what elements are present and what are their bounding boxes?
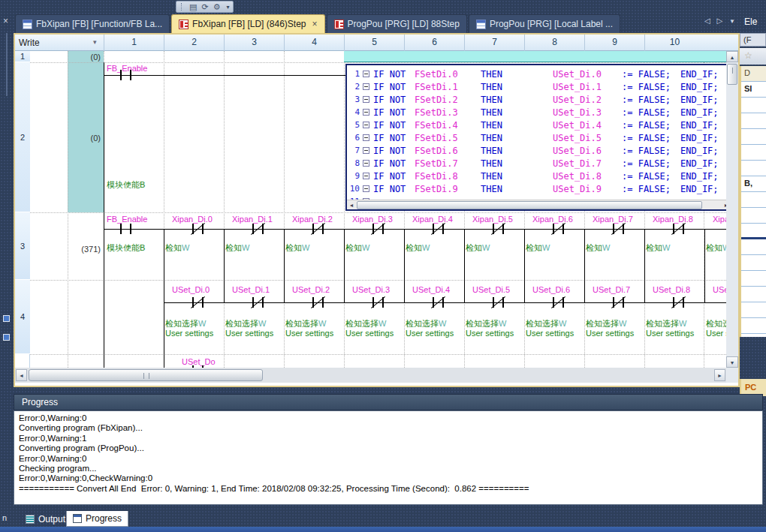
nc-contact[interactable]: Xipan_Di.5 检知W xyxy=(464,212,524,280)
nc-contact[interactable]: USet_Di.6 检知选择W User settings xyxy=(524,280,584,354)
ladder-grid[interactable]: 1234 (0) (0) (371) FB_Enable 模块使能B xyxy=(15,51,726,368)
st-code-line[interactable]: 6 IF NOT FSetDi.5 THEN USet_Di.5 := FALS… xyxy=(347,131,726,144)
nc-contact[interactable]: USet_Di.8 检知选择W User settings xyxy=(644,280,704,354)
element-filter-input[interactable]: (F xyxy=(740,33,766,47)
st-code-line[interactable]: 4 IF NOT FSetDi.3 THEN USet_Di.3 := FALS… xyxy=(347,106,726,119)
nc-contact[interactable]: Xipan_Di.3 检知W xyxy=(344,212,404,280)
nc-contact[interactable]: USet_Di.0 检知选择W User settings xyxy=(164,280,224,354)
fold-minus-icon[interactable] xyxy=(363,71,369,77)
tab-output[interactable]: Output xyxy=(20,511,71,527)
element-list-row[interactable] xyxy=(741,161,766,176)
fold-minus-icon[interactable] xyxy=(363,134,369,141)
element-list-row[interactable] xyxy=(741,255,766,271)
tab-next-icon[interactable]: ▷ xyxy=(717,17,725,25)
element-list-row[interactable] xyxy=(741,318,766,334)
nc-contact[interactable]: USet_Di.9 检知选择W User settings xyxy=(704,280,726,354)
st-code-line[interactable]: 7 IF NOT FSetDi.6 THEN USet_Di.6 := FALS… xyxy=(347,144,726,157)
nc-contact[interactable]: Xipan_Di.4 检知W xyxy=(404,212,464,280)
scrollbar-thumb[interactable] xyxy=(357,201,702,209)
nc-contact[interactable]: Xipan_Di.1 检知W xyxy=(224,212,284,280)
no-contact-symbol[interactable] xyxy=(130,224,131,234)
scroll-right-icon[interactable]: ► xyxy=(714,369,725,381)
element-list-row[interactable] xyxy=(741,98,766,113)
nc-contact[interactable]: USet_Di.2 检知选择W User settings xyxy=(284,280,344,354)
scroll-left-icon[interactable]: ◄ xyxy=(347,201,356,209)
device-label[interactable]: FB_Enable xyxy=(107,64,147,73)
element-list-row[interactable] xyxy=(741,113,766,129)
tab-progpou-ld[interactable]: ProgPou [PRG] [LD] 88Step xyxy=(327,14,467,33)
toolbar-grip[interactable] xyxy=(181,3,183,11)
nc-contact[interactable]: Xipan_Di.0 检知W xyxy=(164,212,224,280)
row-number-cell[interactable]: 1 xyxy=(15,51,30,62)
device-label[interactable]: USet_Do xyxy=(182,357,216,366)
close-icon[interactable]: × xyxy=(312,20,317,29)
row-number-cell[interactable]: 2 xyxy=(15,62,30,212)
element-list-row[interactable] xyxy=(741,287,766,302)
favorite-star-icon[interactable]: ☆ xyxy=(744,50,752,61)
nc-contact[interactable]: Xipan_Di.9 检知W xyxy=(704,212,726,280)
st-code-line[interactable]: 10 IF NOT FSetDi.9 THEN USet_Di.9 := FAL… xyxy=(347,182,726,195)
st-code-line[interactable]: 2 IF NOT FSetDi.1 THEN USet_Di.1 := FALS… xyxy=(347,80,726,93)
st-code-line[interactable]: 3 IF NOT FSetDi.2 THEN USet_Di.2 := FALS… xyxy=(347,93,726,106)
user-gear-icon[interactable]: ⚙ xyxy=(213,2,221,11)
element-list-row[interactable] xyxy=(741,302,766,318)
scroll-left-icon[interactable]: ◄ xyxy=(16,369,27,381)
close-icon[interactable]: × xyxy=(3,17,8,26)
no-contact-symbol[interactable] xyxy=(120,70,122,80)
tab-list-icon[interactable]: ▼ xyxy=(729,18,737,25)
tab-progress-active[interactable]: Progress xyxy=(66,511,128,527)
tab-fbxipan-fb-label[interactable]: FbXipan [FB] [Function/FB La... xyxy=(15,14,170,33)
st-horizontal-scrollbar[interactable]: ◄ ► xyxy=(347,200,726,209)
element-list-row[interactable] xyxy=(741,239,766,255)
fold-minus-icon[interactable] xyxy=(363,173,369,179)
no-contact-symbol[interactable] xyxy=(120,224,122,234)
row-number-cell[interactable]: 3 xyxy=(15,212,30,280)
horizontal-scrollbar[interactable]: ◄ ► xyxy=(15,368,726,383)
element-list-row[interactable]: D xyxy=(741,66,766,82)
nc-contact[interactable]: USet_Di.1 检知选择W User settings xyxy=(224,280,284,354)
window-icon[interactable]: ▤ xyxy=(189,2,197,11)
tab-prev-icon[interactable]: ◁ xyxy=(704,17,713,25)
nc-contact[interactable]: USet_Di.5 检知选择W User settings xyxy=(464,280,524,354)
tab-progpou-local-label[interactable]: ProgPou [PRG] [Local Label ... xyxy=(469,14,620,33)
chevron-down-icon[interactable]: ▾ xyxy=(93,38,97,46)
element-list-row[interactable] xyxy=(741,145,766,161)
nc-contact[interactable]: Xipan_Di.7 检知W xyxy=(584,212,644,280)
element-list-row[interactable] xyxy=(741,271,766,287)
element-list-row[interactable]: SI xyxy=(741,82,766,98)
nc-contact[interactable]: Xipan_Di.2 检知W xyxy=(284,212,344,280)
element-list-row[interactable] xyxy=(741,129,766,145)
tab-fbxipan-ld-active[interactable]: FbXipan [FB] [LD] (846)Step × xyxy=(171,14,324,33)
st-code-line[interactable]: 9 IF NOT FSetDi.8 THEN USet_Di.8 := FALS… xyxy=(347,170,726,182)
scrollbar-thumb[interactable] xyxy=(727,64,737,85)
dock-button-icon[interactable] xyxy=(3,334,10,341)
no-contact-symbol[interactable] xyxy=(130,70,131,80)
nc-contact[interactable]: Xipan_Di.6 检知W xyxy=(524,212,584,280)
element-list-row[interactable] xyxy=(741,192,766,208)
scrollbar-thumb[interactable] xyxy=(29,369,263,381)
inline-st-editor[interactable]: 1 IF NOT FSetDi.0 THEN USet_Di.0 := FALS… xyxy=(345,64,726,211)
element-list-row[interactable] xyxy=(741,224,766,239)
row-number-cell[interactable]: 4 xyxy=(15,280,30,354)
st-code-line[interactable]: 8 IF NOT FSetDi.7 THEN USet_Di.7 := FALS… xyxy=(347,157,726,170)
scroll-up-icon[interactable]: ▲ xyxy=(726,51,738,62)
selected-cell-highlight[interactable] xyxy=(344,51,726,62)
fold-minus-icon[interactable] xyxy=(363,122,369,128)
st-code-line[interactable]: 1 IF NOT FSetDi.0 THEN USet_Di.0 := FALS… xyxy=(347,68,726,80)
nc-contact[interactable]: USet_Di.4 检知选择W User settings xyxy=(404,280,464,354)
dock-button-icon[interactable] xyxy=(3,315,10,322)
fold-minus-icon[interactable] xyxy=(363,109,369,116)
vertical-scrollbar[interactable]: ▲ ▼ xyxy=(726,51,738,368)
refresh-doc-icon[interactable]: ⟳ xyxy=(201,2,208,11)
st-code-line[interactable]: 5 IF NOT FSetDi.4 THEN USet_Di.4 := FALS… xyxy=(347,119,726,131)
nc-contact[interactable]: Xipan_Di.8 检知W xyxy=(644,212,704,280)
device-label[interactable]: FB_Enable xyxy=(107,215,147,224)
fold-minus-icon[interactable] xyxy=(363,147,369,154)
fold-minus-icon[interactable] xyxy=(363,96,369,103)
element-list-row[interactable]: B, xyxy=(741,176,766,192)
element-list-row[interactable] xyxy=(741,208,766,224)
nc-contact[interactable]: USet_Di.3 检知选择W User settings xyxy=(344,280,404,354)
fold-minus-icon[interactable] xyxy=(363,83,369,90)
nc-contact[interactable]: USet_Di.7 检知选择W User settings xyxy=(584,280,644,354)
scroll-down-icon[interactable]: ▼ xyxy=(726,356,738,368)
